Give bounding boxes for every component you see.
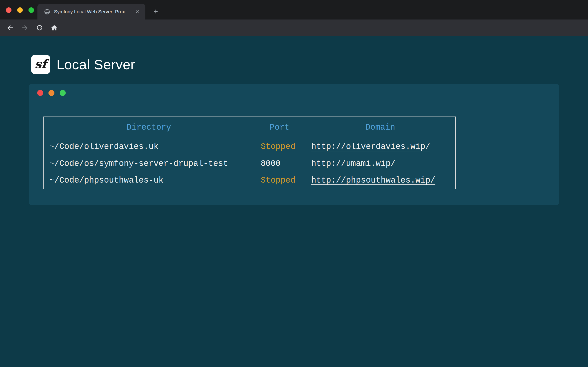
domain-link[interactable]: http://umami.wip/ xyxy=(311,159,396,168)
tab-title: Symfony Local Web Server: Prox xyxy=(54,9,130,15)
column-header-port: Port xyxy=(254,117,305,138)
port-status-stopped: Stopped xyxy=(261,176,295,185)
terminal-dot-green xyxy=(60,90,66,96)
domain-link[interactable]: http://oliverdavies.wip/ xyxy=(311,142,430,151)
domain-link[interactable]: http://phpsouthwales.wip/ xyxy=(311,176,435,185)
globe-favicon-icon xyxy=(44,8,50,15)
server-terminal-card: Directory Port Domain ~/Code/oliverdavie… xyxy=(29,84,559,205)
table-header-row: Directory Port Domain xyxy=(44,117,456,138)
reload-button[interactable] xyxy=(34,22,45,33)
table-row: ~/Code/os/symfony-server-drupal-test 800… xyxy=(44,155,456,172)
window-zoom-button[interactable] xyxy=(28,7,34,13)
tab-strip: Symfony Local Web Server: Prox xyxy=(0,0,588,19)
window-controls xyxy=(6,7,34,13)
browser-tab[interactable]: Symfony Local Web Server: Prox xyxy=(37,4,145,19)
column-header-domain: Domain xyxy=(305,117,456,138)
window-minimize-button[interactable] xyxy=(17,7,23,13)
symfony-logo: sf xyxy=(31,55,50,74)
symfony-logo-glyph: sf xyxy=(35,57,47,71)
browser-toolbar: localhost:7080 U A V xyxy=(0,19,588,36)
forward-button[interactable] xyxy=(19,22,30,33)
table-row: ~/Code/phpsouthwales-uk Stopped http://p… xyxy=(44,172,456,189)
new-tab-button[interactable] xyxy=(150,6,161,17)
tab-close-icon[interactable] xyxy=(134,8,141,15)
home-button[interactable] xyxy=(49,22,60,33)
terminal-dot-orange xyxy=(48,90,54,96)
table-row: ~/Code/oliverdavies.uk Stopped http://ol… xyxy=(44,138,456,155)
column-header-directory: Directory xyxy=(44,117,254,138)
servers-table: Directory Port Domain ~/Code/oliverdavie… xyxy=(43,117,456,189)
page-title: Local Server xyxy=(57,55,135,74)
directory-cell: ~/Code/oliverdavies.uk xyxy=(44,138,254,155)
symfony-local-server-page: sf Local Server Directory Port Domain ~/… xyxy=(0,36,588,367)
terminal-dot-red xyxy=(37,90,43,96)
directory-cell: ~/Code/os/symfony-server-drupal-test xyxy=(44,155,254,172)
port-link[interactable]: 8000 xyxy=(261,159,280,168)
terminal-window-dots xyxy=(37,90,66,96)
port-status-stopped: Stopped xyxy=(261,142,295,151)
back-button[interactable] xyxy=(5,22,16,33)
directory-cell: ~/Code/phpsouthwales-uk xyxy=(44,172,254,189)
window-close-button[interactable] xyxy=(6,7,11,13)
